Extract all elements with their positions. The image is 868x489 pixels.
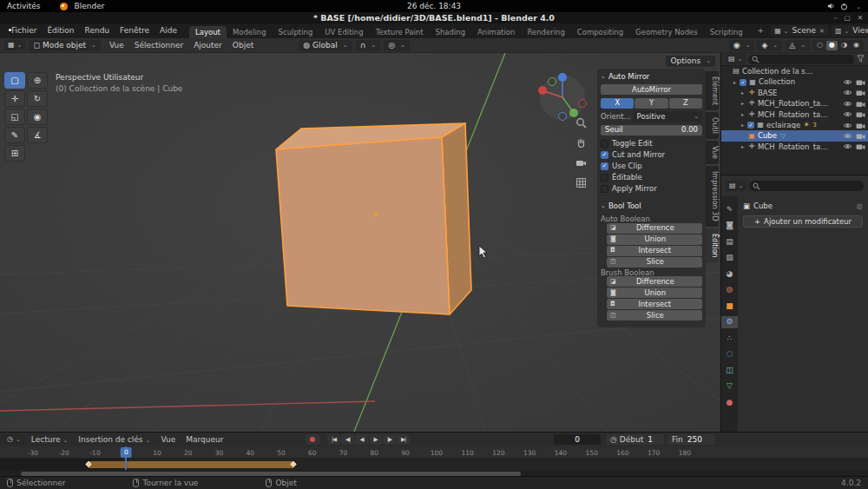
transform-orientation-dropdown[interactable]: ◍ Global: [299, 40, 352, 51]
timeline-menu-insertion-de-cles[interactable]: Insertion de clés: [73, 434, 155, 446]
disable-render-camera-icon[interactable]: [855, 132, 866, 140]
auto-boolean-difference-button[interactable]: ◪Difference: [607, 223, 702, 234]
app-name-menu[interactable]: Blender: [75, 3, 105, 10]
disable-render-camera-icon[interactable]: [855, 110, 866, 118]
orient-dropdown[interactable]: Positive: [634, 111, 702, 122]
navigation-gizmo[interactable]: [538, 73, 587, 121]
properties-tab-material[interactable]: ●: [721, 396, 738, 408]
shading-solid-button[interactable]: ●: [826, 41, 838, 50]
hide-viewport-eye-icon[interactable]: [842, 142, 853, 150]
camera-view-icon[interactable]: [574, 155, 588, 169]
outliner-row-collection-de-la-scene[interactable]: ▤Collection de la scène: [721, 66, 868, 76]
expand-arrow-icon[interactable]: ▸: [740, 112, 746, 117]
properties-tab-scene[interactable]: ◕: [721, 268, 738, 280]
timeline-menu-lecture[interactable]: Lecture: [26, 434, 74, 446]
scrollbar-thumb[interactable]: [21, 472, 521, 476]
menu-fichier[interactable]: Fichier: [6, 25, 42, 36]
outliner-row-mch-rotation-target-001[interactable]: ▸✛MCH_Rotation_target.001: [721, 142, 868, 152]
auto-boolean-intersect-button[interactable]: ◘Intersect: [607, 246, 702, 256]
brush-boolean-union-button[interactable]: ◙Union: [607, 287, 702, 298]
workspace-tab-geometry-nodes[interactable]: Geometry Nodes: [629, 26, 704, 39]
proportional-edit-dropdown[interactable]: ◎: [384, 40, 410, 51]
viewport-menu-objet[interactable]: Objet: [227, 40, 259, 51]
workspace-tab-scripting[interactable]: Scripting: [704, 26, 749, 39]
brush-boolean-difference-button[interactable]: ◪Difference: [607, 276, 702, 287]
properties-tab-physics[interactable]: ◌: [721, 348, 738, 360]
properties-search[interactable]: [749, 181, 864, 191]
outliner-row-mch-rotation-target[interactable]: ▸✛MCH_Rotation_target: [721, 98, 868, 109]
play-reverse-button[interactable]: ◀: [355, 434, 368, 445]
pin-icon[interactable]: ◎: [857, 202, 863, 210]
editor-type-properties-icon[interactable]: ▤: [726, 181, 746, 191]
sidebar-tab-edition[interactable]: Édition: [706, 228, 719, 263]
maximize-icon[interactable]: ▢: [845, 15, 851, 22]
workspace-tab-compositing[interactable]: Compositing: [571, 26, 629, 39]
object-visibility-dropdown[interactable]: ◉: [729, 40, 755, 51]
properties-tab-view-layer[interactable]: ▧: [721, 252, 738, 264]
option-apply-mirror[interactable]: Apply Mirror: [601, 183, 702, 195]
brush-boolean-slice-button[interactable]: ◫Slice: [607, 310, 702, 320]
menu-aide[interactable]: Aide: [155, 25, 182, 36]
timeline-menu-marqueur[interactable]: Marqueur: [181, 434, 228, 446]
gizmo-x-axis[interactable]: [538, 86, 547, 95]
cube-object[interactable]: [276, 123, 471, 314]
gizmo-x-neg[interactable]: [579, 100, 587, 108]
activities-button[interactable]: Activités: [7, 3, 41, 10]
close-icon[interactable]: ✕: [858, 15, 863, 22]
auto-boolean-slice-button[interactable]: ◫Slice: [607, 257, 702, 268]
workspace-tab-sculpting[interactable]: Sculpting: [273, 26, 319, 39]
hide-viewport-eye-icon[interactable]: [842, 132, 853, 140]
timeline-ruler[interactable]: 0 -30-20-1001020304050607080901001101201…: [0, 446, 868, 459]
workspace-tab-layout[interactable]: Layout: [189, 26, 227, 39]
shading-wireframe-button[interactable]: ○: [814, 41, 825, 50]
unlink-scene-icon[interactable]: [819, 27, 825, 35]
hide-viewport-eye-icon[interactable]: [842, 122, 853, 129]
zoom-icon[interactable]: [574, 116, 588, 129]
menu-rendu[interactable]: Rendu: [80, 25, 115, 36]
prev-keyframe-button[interactable]: ◀|: [341, 434, 354, 445]
hide-viewport-eye-icon[interactable]: [842, 100, 853, 108]
editor-type-3d-icon[interactable]: ▦: [4, 40, 25, 50]
outliner-search[interactable]: [748, 55, 854, 64]
editor-type-outliner-icon[interactable]: ▤: [725, 54, 746, 64]
mirror-axis-z[interactable]: Z: [669, 98, 702, 109]
shading-rendered-button[interactable]: ◉: [851, 41, 862, 50]
move-tool[interactable]: ✛: [4, 90, 25, 107]
cursor-tool[interactable]: ⊕: [27, 72, 48, 89]
automirror-button[interactable]: AutoMirror: [601, 84, 702, 95]
gizmos-dropdown[interactable]: ◈: [757, 40, 782, 51]
option-cut-and-mirror[interactable]: ✓Cut and Mirror: [601, 149, 702, 161]
window-titlebar[interactable]: * BASE [/home/didier/3D/BASE.blend1] - B…: [0, 12, 868, 23]
expand-arrow-icon[interactable]: ▸: [740, 90, 746, 96]
gizmo-y-neg[interactable]: [549, 78, 556, 86]
menu-edition[interactable]: Édition: [42, 25, 79, 36]
auto-keyframe-toggle[interactable]: [306, 434, 319, 445]
add-cube-tool[interactable]: ⊞: [4, 145, 25, 162]
expand-arrow-icon[interactable]: ▸: [740, 101, 746, 106]
expand-arrow-icon[interactable]: ▸: [740, 144, 746, 149]
add-modifier-button[interactable]: + Ajouter un modificateur: [743, 215, 863, 228]
outliner-row-cube[interactable]: ▣Cube▽: [721, 130, 868, 141]
workspace-tab-uv-editing[interactable]: UV Editing: [319, 26, 369, 39]
outliner-row-collection[interactable]: ▸✓▦Collection: [721, 76, 868, 87]
annotate-tool[interactable]: ✎: [4, 127, 25, 143]
current-frame-field[interactable]: 0: [554, 434, 601, 445]
collection-checkbox[interactable]: ✓: [747, 122, 754, 129]
workspace-tab-modeling[interactable]: Modeling: [227, 26, 273, 39]
sidebar-tab-vue[interactable]: Vue: [706, 141, 719, 164]
gizmo-z-neg[interactable]: [559, 113, 567, 121]
hide-viewport-eye-icon[interactable]: [842, 78, 853, 86]
play-button[interactable]: ▶: [369, 434, 382, 445]
properties-tab-constraints[interactable]: ◫: [721, 364, 738, 376]
filter-icon[interactable]: [857, 55, 865, 64]
overlays-dropdown[interactable]: ◬: [785, 40, 810, 51]
frame-end-field[interactable]: Fin250: [667, 434, 715, 445]
auto-boolean-union-button[interactable]: ◙Union: [607, 235, 702, 245]
viewport-menu-vue[interactable]: Vue: [104, 40, 129, 51]
workspace-tab-shading[interactable]: Shading: [430, 26, 472, 39]
shading-material-button[interactable]: ◑: [838, 41, 850, 50]
properties-tab-tool[interactable]: ✎: [721, 203, 738, 215]
select-box-tool[interactable]: ▢: [4, 72, 25, 89]
browse-viewlayer-icon[interactable]: ▥: [835, 28, 849, 35]
clock[interactable]: 26 déc. 18:43: [407, 3, 461, 10]
